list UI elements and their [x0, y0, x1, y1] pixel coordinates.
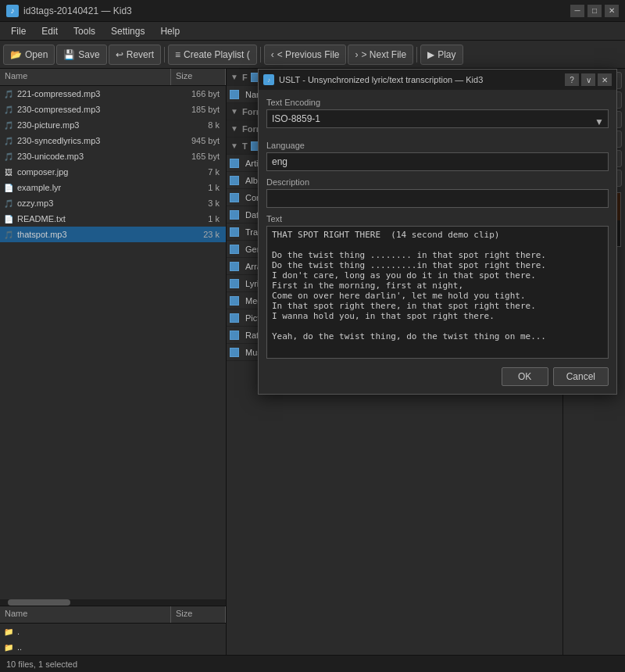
file-size: 165 byt — [168, 152, 223, 161]
file-item[interactable]: 🎵 230-picture.mp3 8 k — [0, 117, 226, 133]
lyrics-textarea[interactable] — [266, 226, 609, 359]
file-panel: Name Size 🎵 221-compressed.mp3 166 byt 🎵… — [0, 69, 227, 655]
title-bar-controls[interactable]: ─ □ ✕ — [570, 5, 619, 17]
play-button[interactable]: ▶ Play — [420, 45, 462, 65]
tag-checkbox[interactable] — [227, 331, 242, 340]
file-item[interactable]: 📄 README.txt 1 k — [0, 211, 226, 227]
dialog-collapse-button[interactable]: ∨ — [581, 73, 595, 86]
dialog-close-button[interactable]: ✕ — [598, 73, 612, 86]
ok-button[interactable]: OK — [502, 367, 548, 386]
save-button[interactable]: 💾 Save — [56, 45, 106, 65]
dialog-title-bar: ♪ USLT - Unsynchronized lyric/text trans… — [259, 70, 616, 90]
file-size: 166 byt — [168, 89, 223, 98]
status-text: 10 files, 1 selected — [6, 659, 77, 669]
file-icon: 🎵 — [3, 135, 14, 146]
dir-icon: 📁 — [3, 642, 14, 652]
tag-checkbox[interactable] — [227, 176, 242, 185]
tag-checkbox[interactable] — [227, 313, 242, 323]
col-header-name: Name — [0, 69, 171, 85]
create-playlist-button[interactable]: ≡ Create Playlist ( — [168, 45, 257, 65]
file-name: README.txt — [17, 214, 168, 223]
language-input[interactable] — [266, 152, 609, 171]
menu-tools[interactable]: Tools — [67, 24, 102, 38]
language-label: Language — [266, 141, 609, 150]
open-button[interactable]: 📂 Open — [3, 45, 55, 65]
col-header-size: Size — [171, 69, 226, 85]
minimize-button[interactable]: ─ — [570, 5, 584, 17]
file-name: 230-compressed.mp3 — [17, 105, 168, 114]
file-name: thatspot.mp3 — [17, 230, 168, 239]
revert-button[interactable]: ↩ Revert — [109, 45, 161, 65]
dir-col-size: Size — [171, 606, 226, 623]
encoding-select[interactable]: ISO-8859-1 UTF-8 UTF-16 — [266, 109, 609, 128]
title-bar-left: ♪ id3tags-20140421 — Kid3 — [6, 5, 132, 17]
tag-checkbox[interactable] — [227, 296, 242, 306]
file-size: 185 byt — [168, 105, 223, 114]
window-title: id3tags-20140421 — Kid3 — [23, 5, 132, 16]
tag-checkbox[interactable] — [227, 245, 242, 254]
section-toggle-icon: ▼ — [227, 107, 242, 116]
dir-col-name: Name — [0, 606, 171, 623]
dir-item[interactable]: 📁 . — [0, 624, 226, 639]
file-name: ozzy.mp3 — [17, 198, 168, 208]
cancel-button[interactable]: Cancel — [553, 367, 609, 386]
menu-help[interactable]: Help — [154, 24, 186, 38]
file-item[interactable]: 🖼 composer.jpg 7 k — [0, 164, 226, 180]
file-scrollbar[interactable] — [0, 599, 226, 606]
dialog-help-button[interactable]: ? — [565, 73, 579, 86]
tag-checkbox[interactable] — [227, 262, 242, 271]
prev-file-button[interactable]: ‹ < Previous File — [264, 45, 347, 65]
menu-file[interactable]: File — [5, 24, 32, 38]
next-file-button[interactable]: › > Next File — [348, 45, 413, 65]
file-item[interactable]: 🎵 ozzy.mp3 3 k — [0, 195, 226, 211]
separator3 — [416, 47, 417, 63]
dialog-buttons: OK Cancel — [266, 367, 609, 386]
tag-checkbox[interactable] — [227, 193, 242, 202]
file-item[interactable]: 🎵 thatspot.mp3 23 k — [0, 227, 226, 242]
dialog-title-left: ♪ USLT - Unsynchronized lyric/text trans… — [263, 74, 483, 85]
file-list: 🎵 221-compressed.mp3 166 byt 🎵 230-compr… — [0, 86, 226, 599]
file-size: 945 byt — [168, 136, 223, 145]
prev-icon: ‹ — [271, 49, 274, 60]
file-name: 230-syncedlyrics.mp3 — [17, 136, 168, 145]
maximize-button[interactable]: □ — [588, 5, 602, 17]
file-name: 230-unicode.mp3 — [17, 152, 168, 161]
menu-settings[interactable]: Settings — [105, 24, 151, 38]
tag-row-checkbox[interactable] — [227, 90, 242, 99]
dialog-controls[interactable]: ? ∨ ✕ — [565, 73, 612, 86]
file-size: 1 k — [168, 183, 223, 192]
file-item[interactable]: 📄 example.lyr 1 k — [0, 180, 226, 195]
menu-bar: File Edit Tools Settings Help — [0, 22, 625, 41]
tag-checkbox[interactable] — [227, 348, 242, 357]
description-input[interactable] — [266, 189, 609, 208]
next-icon: › — [355, 49, 358, 60]
tag-checkbox[interactable] — [227, 227, 242, 237]
tag-checkbox[interactable] — [227, 210, 242, 220]
file-icon: 📄 — [3, 182, 14, 193]
save-icon: 💾 — [63, 49, 75, 60]
tag-checkbox[interactable] — [227, 159, 242, 168]
text-label: Text — [266, 214, 609, 223]
revert-icon: ↩ — [116, 49, 123, 60]
file-item[interactable]: 🎵 221-compressed.mp3 166 byt — [0, 86, 226, 102]
close-button[interactable]: ✕ — [605, 5, 619, 17]
file-size: 8 k — [168, 120, 223, 130]
tag-checkbox[interactable] — [227, 279, 242, 288]
encoding-select-wrapper: ISO-8859-1 UTF-8 UTF-16 ▼ — [266, 109, 609, 134]
file-name: example.lyr — [17, 183, 168, 192]
dir-icon: 📁 — [3, 626, 14, 637]
dir-panel: Name Size 📁 . 📁 .. — [0, 606, 226, 655]
file-icon: 🎵 — [3, 120, 14, 130]
dialog-icon: ♪ — [263, 74, 274, 85]
file-item[interactable]: 🎵 230-syncedlyrics.mp3 945 byt — [0, 133, 226, 148]
menu-edit[interactable]: Edit — [35, 24, 64, 38]
play-icon: ▶ — [427, 49, 434, 60]
dir-item[interactable]: 📁 .. — [0, 639, 226, 655]
title-bar: ♪ id3tags-20140421 — Kid3 ─ □ ✕ — [0, 0, 625, 22]
file-icon: 🎵 — [3, 151, 14, 162]
file-item[interactable]: 🎵 230-compressed.mp3 185 byt — [0, 102, 226, 117]
lyrics-dialog: ♪ USLT - Unsynchronized lyric/text trans… — [258, 69, 617, 395]
scrollbar-thumb[interactable] — [8, 599, 70, 606]
file-item[interactable]: 🎵 230-unicode.mp3 165 byt — [0, 148, 226, 164]
dir-name: . — [17, 627, 223, 636]
